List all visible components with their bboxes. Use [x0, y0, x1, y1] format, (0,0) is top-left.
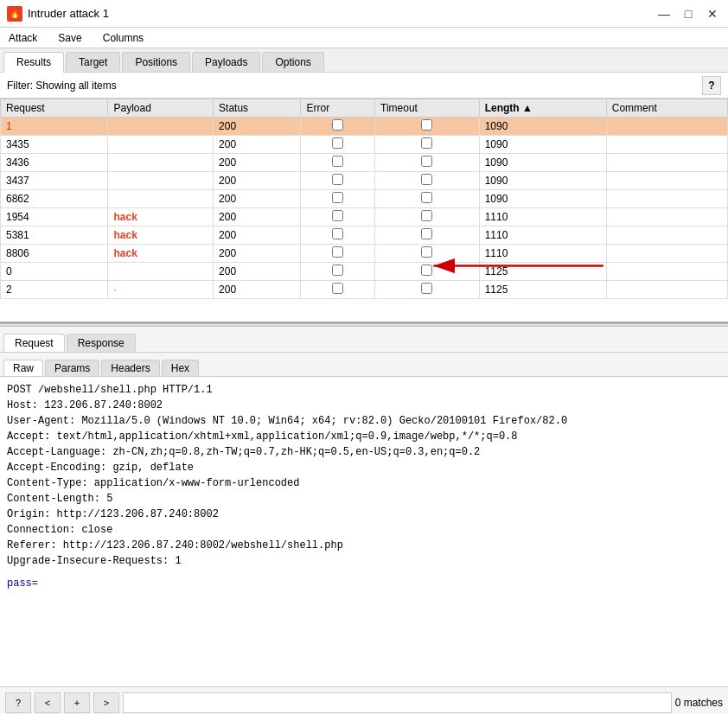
- timeout-checkbox[interactable]: [421, 228, 432, 239]
- cell-error: [301, 154, 375, 172]
- timeout-checkbox[interactable]: [421, 156, 432, 167]
- cell-request: 3437: [1, 172, 108, 190]
- menu-bar: Attack Save Columns: [0, 28, 728, 48]
- cell-length: 1125: [479, 263, 606, 281]
- cell-error: [301, 281, 375, 299]
- timeout-checkbox[interactable]: [421, 246, 432, 258]
- cell-comment: [606, 245, 727, 263]
- error-checkbox[interactable]: [332, 246, 343, 258]
- tab-target[interactable]: Target: [66, 52, 120, 72]
- tab-results[interactable]: Results: [3, 52, 64, 73]
- maximize-button[interactable]: □: [680, 5, 697, 22]
- search-next-button[interactable]: >: [93, 692, 119, 713]
- cell-error: [301, 190, 375, 208]
- minimize-button[interactable]: —: [655, 5, 673, 22]
- error-checkbox[interactable]: [332, 283, 343, 294]
- tab-request[interactable]: Request: [3, 334, 65, 352]
- cell-payload: [108, 172, 214, 190]
- error-checkbox[interactable]: [332, 119, 343, 131]
- table-row[interactable]: 5381 hack 200 1110: [1, 226, 728, 245]
- col-status[interactable]: Status: [214, 99, 301, 118]
- results-table: Request Payload Status Error Timeout Len…: [0, 99, 728, 299]
- results-table-container: Request Payload Status Error Timeout Len…: [0, 99, 728, 323]
- table-row[interactable]: 1 200 1090: [1, 118, 728, 136]
- error-checkbox[interactable]: [332, 192, 343, 203]
- cell-timeout: [375, 245, 480, 263]
- search-input[interactable]: [123, 692, 672, 713]
- http-line: Upgrade-Insecure-Requests: 1: [7, 553, 721, 569]
- timeout-checkbox[interactable]: [421, 119, 432, 131]
- filter-bar: Filter: Showing all items ?: [0, 73, 728, 99]
- timeout-checkbox[interactable]: [421, 174, 432, 185]
- cell-request: 3435: [1, 136, 108, 154]
- subtab-hex[interactable]: Hex: [162, 360, 199, 376]
- cell-comment: [606, 154, 727, 172]
- table-row[interactable]: 0 200 1125: [1, 263, 728, 281]
- cell-payload: ·: [108, 281, 214, 299]
- subtab-headers[interactable]: Headers: [101, 360, 159, 376]
- tab-options[interactable]: Options: [262, 52, 323, 72]
- cell-request: 6862: [1, 190, 108, 208]
- col-request[interactable]: Request: [1, 99, 108, 118]
- search-help-button[interactable]: ?: [5, 692, 31, 713]
- menu-columns[interactable]: Columns: [98, 30, 149, 46]
- menu-attack[interactable]: Attack: [3, 30, 42, 46]
- cell-comment: [606, 208, 727, 226]
- http-line: User-Agent: Mozilla/5.0 (Windows NT 10.0…: [7, 413, 721, 429]
- http-line: POST /webshell/shell.php HTTP/1.1: [7, 382, 721, 398]
- table-row[interactable]: 8806 hack 200 1110: [1, 245, 728, 263]
- timeout-checkbox[interactable]: [421, 210, 432, 221]
- tab-response[interactable]: Response: [67, 334, 136, 352]
- table-row[interactable]: 2 · 200 1125: [1, 281, 728, 299]
- close-button[interactable]: ✕: [704, 5, 721, 22]
- subtab-raw[interactable]: Raw: [3, 360, 43, 376]
- timeout-checkbox[interactable]: [421, 265, 432, 276]
- search-bar: ? < + > 0 matches: [0, 686, 728, 714]
- tab-payloads[interactable]: Payloads: [192, 52, 260, 72]
- matches-text: 0 matches: [675, 697, 723, 709]
- table-row[interactable]: 1954 hack 200 1110: [1, 208, 728, 226]
- error-checkbox[interactable]: [332, 174, 343, 185]
- http-content-area: POST /webshell/shell.php HTTP/1.1Host: 1…: [0, 377, 728, 686]
- menu-save[interactable]: Save: [53, 30, 86, 46]
- col-timeout[interactable]: Timeout: [375, 99, 480, 118]
- search-prev-button[interactable]: <: [35, 692, 61, 713]
- http-line: Referer: http://123.206.87.240:8002/webs…: [7, 538, 721, 553]
- error-checkbox[interactable]: [332, 228, 343, 239]
- cell-status: 200: [214, 172, 301, 190]
- table-row[interactable]: 3437 200 1090: [1, 172, 728, 190]
- col-comment[interactable]: Comment: [606, 99, 727, 118]
- table-row[interactable]: 3436 200 1090: [1, 154, 728, 172]
- cell-timeout: [375, 172, 480, 190]
- cell-request: 8806: [1, 245, 108, 263]
- error-checkbox[interactable]: [332, 156, 343, 167]
- cell-timeout: [375, 263, 480, 281]
- filter-help-button[interactable]: ?: [702, 76, 721, 95]
- cell-error: [301, 208, 375, 226]
- cell-status: 200: [214, 154, 301, 172]
- main-tab-bar: Results Target Positions Payloads Option…: [0, 48, 728, 73]
- table-row[interactable]: 3435 200 1090: [1, 136, 728, 154]
- title-bar-left: 🔥 Intruder attack 1: [7, 6, 109, 22]
- cell-length: 1090: [479, 172, 606, 190]
- search-add-button[interactable]: +: [64, 692, 90, 713]
- timeout-checkbox[interactable]: [421, 283, 432, 294]
- cell-timeout: [375, 136, 480, 154]
- error-checkbox[interactable]: [332, 137, 343, 149]
- error-checkbox[interactable]: [332, 210, 343, 221]
- cell-error: [301, 172, 375, 190]
- cell-length: 1110: [479, 208, 606, 226]
- col-payload[interactable]: Payload: [108, 99, 214, 118]
- cell-timeout: [375, 208, 480, 226]
- subtab-params[interactable]: Params: [45, 360, 99, 376]
- col-error[interactable]: Error: [301, 99, 375, 118]
- cell-request: 5381: [1, 226, 108, 245]
- col-length[interactable]: Length ▲: [479, 99, 606, 118]
- table-row[interactable]: 6862 200 1090: [1, 190, 728, 208]
- error-checkbox[interactable]: [332, 265, 343, 276]
- cell-length: 1110: [479, 245, 606, 263]
- timeout-checkbox[interactable]: [421, 137, 432, 149]
- timeout-checkbox[interactable]: [421, 192, 432, 203]
- tab-positions[interactable]: Positions: [122, 52, 190, 72]
- http-line: Accept-Encoding: gzip, deflate: [7, 460, 721, 475]
